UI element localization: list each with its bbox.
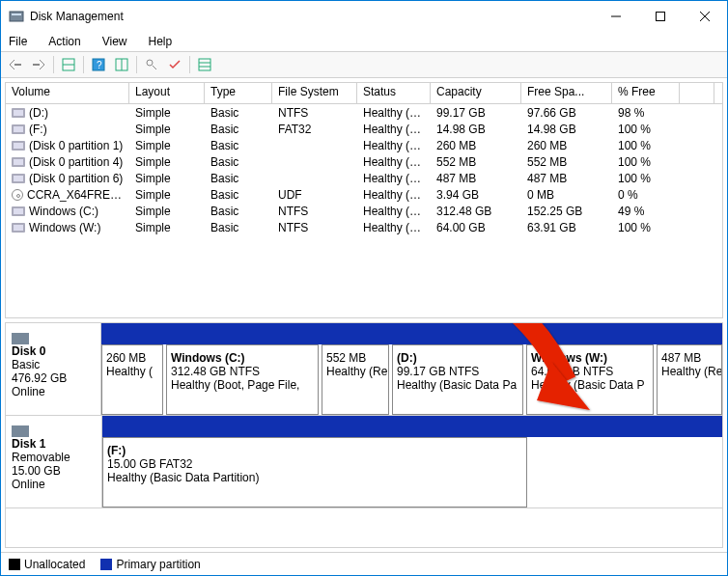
volume-status: Healthy (R...: [357, 172, 431, 185]
volume-status: Healthy (B...: [357, 123, 431, 136]
partition[interactable]: Windows (W:)64.00 GB NTFSHealthy (Basic …: [526, 344, 654, 415]
partition-title: (F:): [107, 444, 522, 457]
legend-primary-swatch: [100, 559, 112, 570]
col-layout[interactable]: Layout: [129, 83, 205, 103]
volume-layout: Simple: [129, 172, 205, 185]
svg-text:?: ?: [97, 60, 102, 70]
menu-help[interactable]: Help: [145, 34, 177, 49]
volume-pct: 100 %: [612, 221, 680, 234]
svg-rect-16: [199, 59, 210, 70]
drive-icon: [12, 206, 25, 216]
disk-row: Disk 0Basic476.92 GBOnline260 MBHealthy …: [6, 323, 722, 416]
maximize-button[interactable]: [638, 1, 683, 32]
back-button[interactable]: [5, 54, 26, 75]
titlebar: Disk Management: [1, 1, 727, 32]
col-type[interactable]: Type: [205, 83, 272, 103]
volume-fs: NTFS: [272, 205, 357, 218]
drive-icon: [12, 108, 25, 118]
col-fs[interactable]: File System: [272, 83, 357, 103]
partition-status: Healthy (Re: [661, 365, 722, 378]
partition-title: (D:): [397, 351, 518, 365]
help-icon[interactable]: ?: [88, 54, 109, 75]
partition[interactable]: 260 MBHealthy (: [101, 344, 163, 415]
view-settings-icon[interactable]: [58, 54, 79, 75]
cd-icon: [12, 189, 23, 201]
grid-icon[interactable]: [194, 54, 215, 75]
volume-capacity: 14.98 GB: [431, 123, 521, 136]
volume-row[interactable]: Windows (W:)SimpleBasicNTFSHealthy (B...…: [6, 219, 722, 235]
minimize-button[interactable]: [594, 1, 638, 32]
check-icon[interactable]: [164, 54, 185, 75]
volume-type: Basic: [205, 188, 272, 202]
volume-pct: 100 %: [612, 123, 680, 136]
partition[interactable]: 552 MBHealthy (Re: [322, 344, 389, 415]
volume-fs: NTFS: [272, 106, 357, 120]
volume-list-header: Volume Layout Type File System Status Ca…: [6, 83, 722, 104]
partition[interactable]: (F:)15.00 GB FAT32Healthy (Basic Data Pa…: [102, 437, 527, 507]
volume-row[interactable]: (Disk 0 partition 1)SimpleBasicHealthy (…: [6, 137, 722, 153]
volume-type: Basic: [205, 221, 272, 234]
disk-type: Removable: [12, 451, 70, 464]
volume-type: Basic: [205, 205, 272, 218]
volume-capacity: 260 MB: [431, 139, 521, 152]
drive-icon: [12, 141, 25, 151]
menu-file[interactable]: File: [5, 34, 31, 49]
volume-list[interactable]: Volume Layout Type File System Status Ca…: [5, 82, 723, 318]
volume-pct: 49 %: [612, 205, 680, 218]
partition-status: Healthy (Basic Data P: [531, 378, 644, 392]
volume-layout: Simple: [129, 205, 205, 218]
disk-type: Basic: [12, 358, 40, 371]
disk-label[interactable]: Disk 0Basic476.92 GBOnline: [6, 323, 101, 415]
disk-map: Disk 0Basic476.92 GBOnline260 MBHealthy …: [5, 322, 723, 548]
drive-icon: [12, 223, 25, 233]
partition[interactable]: Windows (C:)312.48 GB NTFSHealthy (Boot,…: [166, 344, 319, 415]
volume-pct: 100 %: [612, 139, 680, 152]
partition-status: Healthy (Basic Data Partition): [107, 471, 259, 484]
volume-free: 0 MB: [521, 188, 612, 202]
close-button[interactable]: [683, 1, 727, 32]
volume-row[interactable]: (D:)SimpleBasicNTFSHealthy (B...99.17 GB…: [6, 104, 722, 121]
volume-fs: UDF: [272, 188, 357, 202]
partition-size: 487 MB: [661, 351, 701, 365]
partition-size: 64.00 GB NTFS: [531, 365, 613, 378]
partition-size: 99.17 GB NTFS: [397, 365, 479, 378]
volume-row[interactable]: Windows (C:)SimpleBasicNTFSHealthy (B...…: [6, 203, 722, 219]
drive-icon: [12, 124, 25, 134]
search-icon[interactable]: [141, 54, 162, 75]
volume-row[interactable]: (Disk 0 partition 4)SimpleBasicHealthy (…: [6, 153, 722, 170]
col-volume[interactable]: Volume: [6, 83, 129, 103]
volume-type: Basic: [205, 139, 272, 152]
app-icon: [9, 9, 24, 24]
partition-title: Windows (W:): [531, 351, 649, 365]
col-capacity[interactable]: Capacity: [431, 83, 521, 103]
volume-capacity: 64.00 GB: [431, 221, 521, 234]
partition[interactable]: 487 MBHealthy (Re: [657, 344, 722, 415]
disk-label[interactable]: Disk 1Removable15.00 GBOnline: [6, 416, 102, 507]
volume-name: (Disk 0 partition 1): [29, 139, 123, 152]
volume-free: 97.66 GB: [521, 106, 612, 120]
volume-layout: Simple: [129, 155, 205, 169]
menubar: File Action View Help: [1, 32, 727, 51]
volume-free: 63.91 GB: [521, 221, 612, 234]
partition-status: Healthy (Boot, Page File,: [171, 378, 299, 392]
forward-button[interactable]: [28, 54, 49, 75]
col-pct[interactable]: % Free: [612, 83, 680, 103]
volume-row[interactable]: (Disk 0 partition 6)SimpleBasicHealthy (…: [6, 170, 722, 186]
svg-rect-7: [33, 64, 40, 66]
partition-status: Healthy (: [106, 365, 153, 378]
toolbar: ?: [1, 51, 727, 78]
partition[interactable]: (D:)99.17 GB NTFSHealthy (Basic Data Pa: [392, 344, 523, 415]
volume-status: Healthy (B...: [357, 205, 431, 218]
menu-action[interactable]: Action: [44, 34, 84, 49]
disk-status: Online: [12, 478, 45, 491]
menu-view[interactable]: View: [98, 34, 131, 49]
col-free[interactable]: Free Spa...: [521, 83, 612, 103]
volume-row[interactable]: (F:)SimpleBasicFAT32Healthy (B...14.98 G…: [6, 121, 722, 137]
svg-point-14: [147, 60, 153, 66]
legend-unallocated: Unallocated: [24, 558, 85, 571]
col-status[interactable]: Status: [357, 83, 431, 103]
volume-row[interactable]: CCRA_X64FRE_EN...SimpleBasicUDFHealthy (…: [6, 186, 722, 203]
partition-size: 312.48 GB NTFS: [171, 365, 260, 378]
refresh-icon[interactable]: [111, 54, 132, 75]
disk-size: 476.92 GB: [12, 371, 67, 385]
